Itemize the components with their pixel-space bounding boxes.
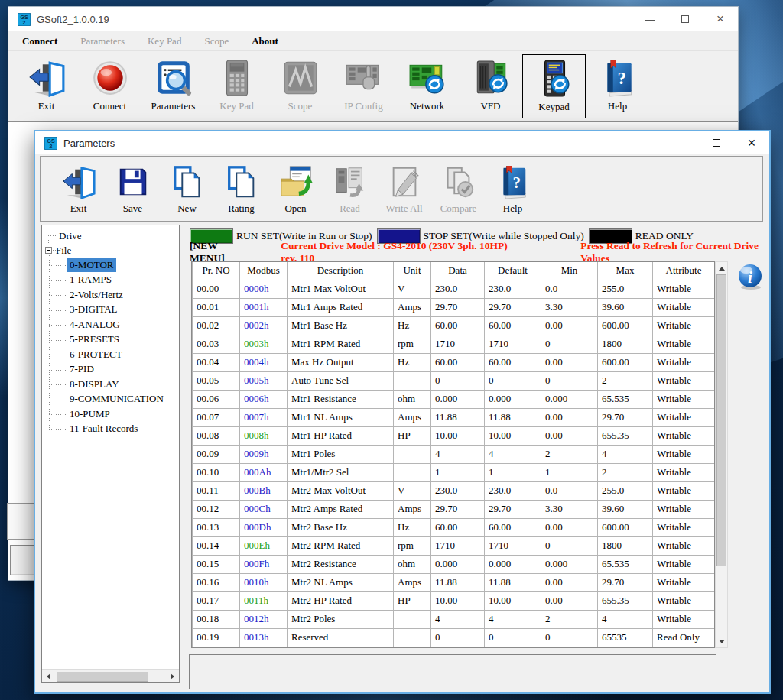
table-row[interactable]: 00.190013hReserved00065535Read Only — [193, 628, 715, 647]
scope-button[interactable]: Scope — [268, 54, 332, 118]
minimize-button[interactable]: — — [632, 7, 668, 31]
menu-about[interactable]: About — [252, 35, 278, 47]
exit-button[interactable]: Exit — [51, 160, 106, 219]
tree-item[interactable]: 5-PRESETS — [42, 332, 179, 348]
menu-connect[interactable]: Connect — [22, 35, 57, 47]
table-row[interactable]: 00.14000EhMtr2 RPM Ratedrpm1710171001800… — [193, 536, 715, 555]
help-button[interactable]: Help — [486, 160, 540, 219]
table-row[interactable]: 00.170011hMtr2 HP RatedHP10.0010.000.006… — [193, 591, 715, 610]
open-button[interactable]: Open — [268, 160, 323, 219]
ip-config-button[interactable]: IP Config — [332, 54, 395, 118]
table-row[interactable]: 00.050005hAuto Tune Sel0002Writable — [193, 371, 715, 390]
exit-button[interactable]: Exit — [15, 54, 78, 118]
col-description[interactable]: Description — [288, 262, 394, 280]
tree-item[interactable]: 2-Volts/Hertz — [42, 287, 179, 303]
help-button[interactable]: Help — [586, 54, 649, 118]
table-row[interactable]: 00.060006hMtr1 Resistanceohm0.0000.0000.… — [193, 390, 715, 408]
parameters-button[interactable]: Parameters — [141, 54, 205, 118]
tree-item[interactable]: 6-PROTECT — [42, 347, 179, 362]
menu-parameters[interactable]: Parameters — [80, 35, 125, 47]
tree-horizontal-scrollbar[interactable] — [42, 669, 179, 682]
table-row[interactable]: 00.15000FhMtr2 Resistanceohm0.0000.0000.… — [193, 555, 715, 573]
info-icon[interactable]: i — [736, 263, 764, 290]
svg-text:i: i — [748, 268, 752, 287]
table-row[interactable]: 00.020002hMtr1 Base HzHz60.0060.000.0060… — [193, 316, 715, 335]
table-cell: Read Only — [653, 628, 715, 647]
menu-key-pad[interactable]: Key Pad — [148, 35, 181, 47]
maximize-button[interactable] — [699, 131, 734, 154]
modbus-cell: 0006h — [240, 390, 288, 408]
tree-item[interactable]: 8-DISPLAY — [42, 377, 179, 392]
close-button[interactable]: × — [703, 7, 738, 31]
key-pad-button[interactable]: Key Pad — [205, 54, 268, 118]
col-data[interactable]: Data — [431, 262, 485, 280]
tree-item[interactable]: 1-RAMPS — [42, 273, 179, 288]
table-cell: Hz — [394, 518, 431, 536]
new-button[interactable]: New — [160, 160, 214, 219]
table-row[interactable]: 00.13000DhMtr2 Base HzHz60.0060.000.0060… — [193, 518, 715, 536]
table-row[interactable]: 00.070007hMtr1 NL AmpsAmps11.8811.880.00… — [193, 408, 715, 426]
table-row[interactable]: 00.000000hMtr1 Max VoltOutV230.0230.00.0… — [193, 280, 715, 298]
table-cell: Writable — [653, 500, 715, 518]
table-row[interactable]: 00.010001hMtr1 Amps RatedAmps29.7029.703… — [193, 298, 715, 316]
table-row[interactable]: 00.160010hMtr2 NL AmpsAmps11.8811.880.00… — [193, 573, 715, 591]
table-cell: 0.0 — [541, 280, 598, 298]
table-row[interactable]: 00.090009hMtr1 Poles4424Writable — [193, 445, 715, 463]
tree-item[interactable]: 9-COMMUNICATION — [42, 392, 179, 407]
col-pr-no[interactable]: Pr. NO — [193, 262, 240, 280]
compare-button[interactable]: Compare — [431, 160, 486, 219]
table-cell: 00.13 — [193, 518, 240, 536]
save-button[interactable]: Save — [106, 160, 160, 219]
col-attribute[interactable]: Attribute — [653, 262, 715, 280]
table-row[interactable]: 00.10000AhMtr1/Mtr2 Sel1112Writable — [193, 463, 715, 481]
tree-item[interactable]: 11-Fault Records — [42, 422, 179, 437]
table-row[interactable]: 00.11000BhMtr2 Max VoltOutV230.0230.00.0… — [193, 481, 715, 500]
tree-item[interactable]: 4-ANALOG — [42, 317, 179, 332]
tree-item[interactable]: 10-PUMP — [42, 407, 179, 422]
keypad-button[interactable]: Keypad — [522, 54, 586, 118]
scrollbar-thumb[interactable] — [57, 672, 148, 682]
col-default[interactable]: Default — [485, 262, 541, 280]
table-cell: Mtr1 Amps Rated — [288, 298, 394, 316]
tree-item[interactable]: 7-PID — [42, 362, 179, 378]
table-row[interactable]: 00.040004hMax Hz OutputHz60.0060.000.006… — [193, 353, 715, 371]
vfd-button[interactable]: VFD — [459, 54, 522, 118]
scroll-right-icon[interactable] — [166, 670, 179, 683]
maximize-button[interactable] — [668, 7, 703, 31]
table-cell: 65.535 — [598, 390, 653, 408]
scroll-up-icon[interactable] — [716, 262, 727, 274]
main-titlebar[interactable]: GS 2 GSoft2_1.0.0.19 — × — [8, 7, 738, 31]
table-vertical-scrollbar[interactable] — [715, 261, 728, 648]
table-cell: Writable — [653, 426, 715, 445]
collapse-icon[interactable] — [45, 247, 52, 254]
close-button[interactable]: × — [734, 131, 769, 154]
scrollbar-thumb[interactable] — [716, 274, 726, 566]
network-button[interactable]: Network — [395, 54, 459, 118]
write-all-button[interactable]: Write All — [377, 160, 431, 219]
minimize-button[interactable]: — — [664, 131, 699, 154]
tree-item-drive[interactable]: Drive — [42, 228, 179, 243]
tree-item[interactable]: 3-DIGITAL — [42, 303, 179, 318]
scroll-left-icon[interactable] — [42, 670, 55, 683]
table-row[interactable]: 00.030003hMtr1 RPM Ratedrpm1710171001800… — [193, 335, 715, 353]
menu-scope[interactable]: Scope — [204, 35, 229, 47]
table-row[interactable]: 00.12000ChMtr2 Amps RatedAmps29.7029.703… — [193, 500, 715, 518]
table-cell: Mtr2 Base Hz — [288, 518, 394, 536]
read-button[interactable]: Read — [323, 160, 377, 219]
tree-item-file[interactable]: File — [42, 243, 179, 258]
table-cell: 00.04 — [193, 353, 240, 371]
col-min[interactable]: Min — [541, 262, 598, 280]
rating-button[interactable]: Rating — [214, 160, 268, 219]
col-max[interactable]: Max — [598, 262, 653, 280]
help-icon — [599, 57, 637, 99]
table-cell: 600.00 — [598, 353, 653, 371]
scroll-down-icon[interactable] — [716, 635, 727, 647]
tree-item[interactable]: 0-MOTOR — [42, 258, 179, 273]
col-unit[interactable]: Unit — [394, 262, 431, 280]
table-row[interactable]: 00.080008hMtr1 HP RatedHP10.0010.000.006… — [193, 426, 715, 445]
table-row[interactable]: 00.180012hMtr2 Poles4424Writable — [193, 610, 715, 628]
param-titlebar[interactable]: GS 2 Parameters — × — [35, 131, 769, 154]
connect-button[interactable]: Connect — [78, 54, 141, 118]
col-modbus[interactable]: Modbus — [240, 262, 288, 280]
read-icon — [333, 161, 368, 203]
